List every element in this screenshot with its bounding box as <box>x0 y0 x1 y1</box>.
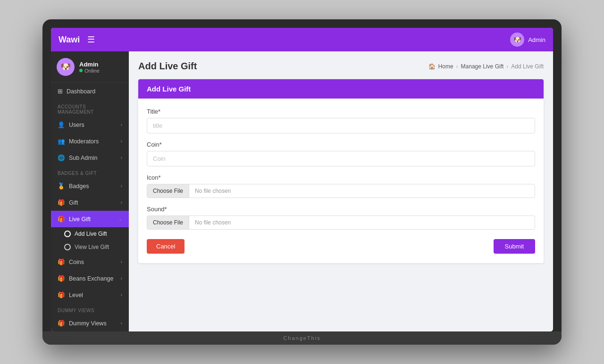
sidebar-avatar: 🐶 <box>57 58 75 76</box>
sidebar-item-level[interactable]: 🎁 Level › <box>51 287 129 303</box>
sound-label: Sound* <box>147 206 535 213</box>
beans-icon: 🎁 <box>58 275 65 282</box>
form-actions: Cancel Submit <box>147 239 535 254</box>
laptop-bottom: ChangeThis <box>42 331 562 345</box>
sidebar-label-badges: Badges <box>69 183 89 190</box>
live-gift-icon: 🎁 <box>58 215 65 223</box>
topbar-admin: 🐶 Admin <box>510 33 545 47</box>
sidebar-username: Admin <box>79 61 100 68</box>
icon-choose-button[interactable]: Choose File <box>147 184 189 198</box>
sidebar-label-dummy: Dummy Views <box>69 320 107 327</box>
sidebar-sub-add-live-gift[interactable]: Add Live Gift <box>51 227 129 240</box>
dummy-chevron: › <box>121 321 122 326</box>
subadmin-icon: 🌐 <box>58 154 65 161</box>
badges-section-label: BADGES & GIFT <box>51 166 129 178</box>
breadcrumb: 🏠 Home › Manage Live Gift › Add Live Gif… <box>428 63 544 70</box>
main-content: Add Live Gift 🏠 Home › Manage Live Gift … <box>129 51 553 331</box>
level-icon: 🎁 <box>58 291 65 298</box>
admin-label: Admin <box>528 36 545 43</box>
sidebar-item-users[interactable]: 👤 Users › <box>51 116 129 133</box>
sub-label-view-live-gift: View Live Gift <box>75 244 109 250</box>
form-card-body: Title* Coin* Icon* Choose File <box>138 99 544 263</box>
breadcrumb-sep1: › <box>456 63 458 70</box>
sub-label-add-live-gift: Add Live Gift <box>75 231 107 237</box>
form-group-coin: Coin* <box>147 141 535 166</box>
app-layout: 🐶 Admin Online ⊞ Dashboard <box>51 51 553 331</box>
sidebar-item-beans-exchange[interactable]: 🎁 Beans Exchange › <box>51 270 129 287</box>
form-card: Add Live Gift Title* Coin* <box>138 79 544 263</box>
status-label: Online <box>84 68 100 74</box>
gift-chevron: › <box>121 200 122 205</box>
coin-input[interactable] <box>147 151 535 166</box>
sidebar-item-dummy-views[interactable]: 🎁 Dummy Views › <box>51 315 129 331</box>
sidebar-item-gift[interactable]: 🎁 Gift › <box>51 194 129 211</box>
icon-file-wrapper: Choose File No file chosen <box>147 184 535 198</box>
menu-icon[interactable]: ☰ <box>87 34 95 45</box>
sidebar-sub-view-live-gift[interactable]: View Live Gift <box>51 240 129 254</box>
sidebar-item-live-gift[interactable]: 🎁 Live Gift ⌄ <box>51 211 129 227</box>
sidebar-item-badges[interactable]: 🏅 Badges › <box>51 178 129 194</box>
page-title: Add Live Gift <box>138 61 197 72</box>
users-icon: 👤 <box>58 121 65 128</box>
sidebar-label-subadmin: Sub Admin <box>69 155 97 161</box>
sidebar-label-moderators: Moderators <box>69 138 99 145</box>
form-group-title: Title* <box>147 108 535 133</box>
view-live-gift-bullet <box>64 244 71 250</box>
sidebar-label-coins: Coins <box>69 259 84 265</box>
sidebar-label-gift: Gift <box>69 199 78 206</box>
gift-icon: 🎁 <box>58 199 65 206</box>
coin-label: Coin* <box>147 141 535 148</box>
sound-choose-button[interactable]: Choose File <box>147 216 189 229</box>
add-live-gift-bullet <box>64 231 71 237</box>
sidebar-status: Online <box>79 68 100 74</box>
dummy-icon: 🎁 <box>58 320 65 327</box>
moderators-icon: 👥 <box>58 138 65 145</box>
breadcrumb-home[interactable]: Home <box>438 63 453 70</box>
breadcrumb-home-icon: 🏠 <box>428 63 436 70</box>
online-dot <box>79 69 83 72</box>
breadcrumb-manage[interactable]: Manage Live Gift <box>461 63 504 70</box>
breadcrumb-sep2: › <box>506 63 508 70</box>
form-group-sound: Sound* Choose File No file chosen <box>147 206 535 230</box>
dashboard-icon: ⊞ <box>58 88 63 95</box>
sidebar: 🐶 Admin Online ⊞ Dashboard <box>51 51 129 331</box>
breadcrumb-current: Add Live Gift <box>511 63 544 70</box>
level-chevron: › <box>121 292 122 298</box>
brand-logo: Wawi <box>59 35 80 45</box>
topbar: Wawi ☰ 🐶 Admin <box>51 28 553 51</box>
sidebar-item-coins[interactable]: 🎁 Coins › <box>51 254 129 270</box>
cancel-button[interactable]: Cancel <box>147 239 185 254</box>
badges-icon: 🏅 <box>58 182 65 190</box>
coins-icon: 🎁 <box>58 258 65 265</box>
sidebar-item-moderators[interactable]: 👥 Moderators › <box>51 133 129 149</box>
laptop-label: ChangeThis <box>283 335 320 341</box>
laptop-frame: Wawi ☰ 🐶 Admin 🐶 Admin Onlin <box>42 19 562 345</box>
sidebar-label-live-gift: Live Gift <box>69 216 91 223</box>
sidebar-label-dashboard: Dashboard <box>67 88 95 95</box>
sidebar-user: 🐶 Admin Online <box>51 51 129 83</box>
moderators-chevron: › <box>121 139 122 144</box>
sound-file-wrapper: Choose File No file chosen <box>147 215 535 230</box>
avatar: 🐶 <box>510 33 524 47</box>
coins-chevron: › <box>121 259 122 265</box>
title-label: Title* <box>147 108 535 115</box>
submit-button[interactable]: Submit <box>494 239 535 254</box>
sidebar-label-beans: Beans Exchange <box>69 275 114 282</box>
sidebar-item-subadmin[interactable]: 🌐 Sub Admin › <box>51 149 129 166</box>
page-header: Add Live Gift 🏠 Home › Manage Live Gift … <box>138 61 544 72</box>
icon-label: Icon* <box>147 174 535 181</box>
dummy-section-label: Dummy Views <box>51 303 129 315</box>
subadmin-chevron: › <box>121 155 122 160</box>
sound-file-name: No file chosen <box>189 216 535 229</box>
sidebar-item-dashboard[interactable]: ⊞ Dashboard <box>51 83 129 99</box>
users-chevron: › <box>121 122 122 127</box>
form-group-icon: Icon* Choose File No file chosen <box>147 174 535 198</box>
laptop-screen: Wawi ☰ 🐶 Admin 🐶 Admin Onlin <box>51 28 553 331</box>
title-input[interactable] <box>147 118 535 133</box>
accounts-section-label: ACCOUNTS MANAGEMENT <box>51 99 129 116</box>
badges-chevron: › <box>121 183 122 189</box>
beans-chevron: › <box>121 276 122 281</box>
icon-file-name: No file chosen <box>189 184 535 198</box>
form-card-header: Add Live Gift <box>138 79 544 99</box>
sidebar-label-users: Users <box>69 122 84 128</box>
